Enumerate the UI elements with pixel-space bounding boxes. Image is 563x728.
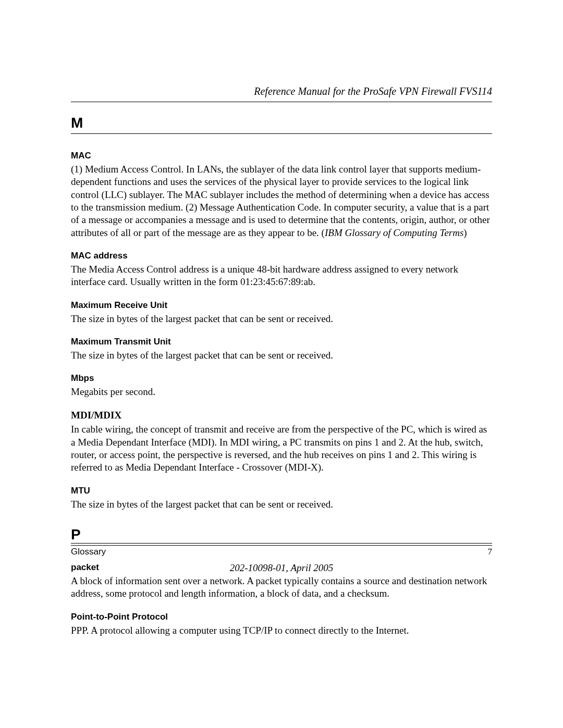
footer-document-number: 202-10098-01, April 2005	[71, 562, 492, 574]
glossary-entry: Point-to-Point Protocol PPP. A protocol …	[71, 612, 492, 637]
glossary-entry: MTU The size in bytes of the largest pac…	[71, 486, 492, 511]
glossary-definition: Megabits per second.	[71, 386, 492, 398]
glossary-definition: The size in bytes of the largest packet …	[71, 349, 492, 362]
section-rule-m	[71, 133, 492, 134]
glossary-definition: The size in bytes of the largest packet …	[71, 313, 492, 325]
glossary-definition: In cable wiring, the concept of transmit…	[71, 423, 492, 474]
glossary-term: MAC address	[71, 251, 492, 261]
glossary-term: Mbps	[71, 373, 492, 384]
glossary-entry: Maximum Transmit Unit The size in bytes …	[71, 337, 492, 362]
glossary-entry: MAC (1) Medium Access Control. In LANs, …	[71, 151, 492, 239]
definition-text: )	[463, 227, 467, 238]
glossary-term: MTU	[71, 486, 492, 496]
glossary-term: Maximum Receive Unit	[71, 300, 492, 311]
section-letter-m: M	[71, 115, 492, 131]
glossary-term: MDI/MDIX	[71, 410, 492, 421]
document-header-title: Reference Manual for the ProSafe VPN Fir…	[71, 85, 492, 97]
page-content: Reference Manual for the ProSafe VPN Fir…	[0, 0, 563, 637]
footer-section-name: Glossary	[71, 547, 106, 557]
footer-page-number: 7	[488, 547, 493, 557]
page-footer: Glossary 7 202-10098-01, April 2005	[71, 543, 492, 574]
glossary-definition: PPP. A protocol allowing a computer usin…	[71, 624, 492, 637]
glossary-entry: Maximum Receive Unit The size in bytes o…	[71, 300, 492, 325]
glossary-entry: Mbps Megabits per second.	[71, 373, 492, 398]
glossary-definition: The Media Access Control address is a un…	[71, 263, 492, 289]
section-letter-p: P	[71, 526, 492, 543]
header-rule	[71, 102, 492, 102]
definition-italic: IBM Glossary of Computing Terms	[325, 227, 463, 238]
footer-row: Glossary 7	[71, 547, 492, 557]
glossary-entry: MAC address The Media Access Control add…	[71, 251, 492, 289]
glossary-term: Point-to-Point Protocol	[71, 612, 492, 622]
glossary-term: MAC	[71, 151, 492, 161]
footer-rule	[71, 543, 492, 544]
glossary-definition: The size in bytes of the largest packet …	[71, 498, 492, 511]
glossary-term: Maximum Transmit Unit	[71, 337, 492, 347]
glossary-entry: MDI/MDIX In cable wiring, the concept of…	[71, 410, 492, 474]
glossary-definition: (1) Medium Access Control. In LANs, the …	[71, 163, 492, 239]
glossary-definition: A block of information sent over a netwo…	[71, 575, 492, 600]
